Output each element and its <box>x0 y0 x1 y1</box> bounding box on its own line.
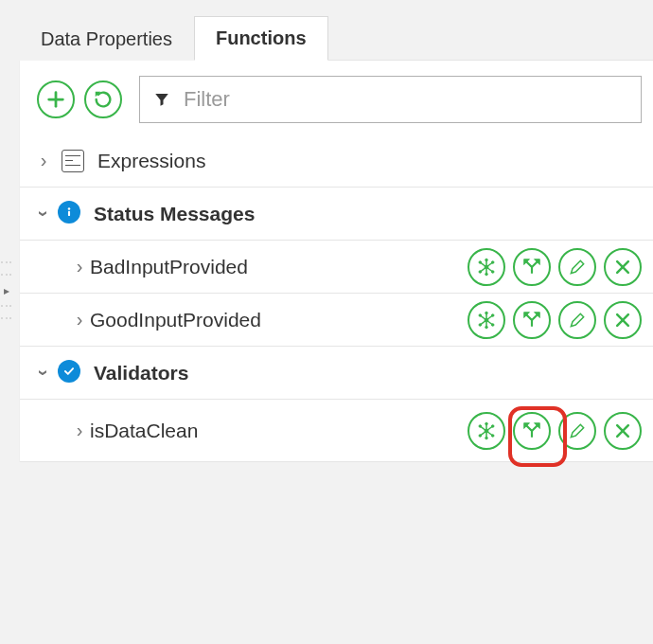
svg-point-47 <box>491 424 494 427</box>
item-label: BadInputProvided <box>90 256 468 278</box>
close-icon <box>613 311 632 330</box>
dependencies-button[interactable] <box>468 412 505 450</box>
svg-point-49 <box>491 434 494 437</box>
filter-field[interactable] <box>139 76 642 123</box>
split-arrows-icon <box>522 258 541 277</box>
split-arrows-icon <box>522 421 541 440</box>
section-status-messages[interactable]: › Status Messages <box>20 188 653 241</box>
edit-button[interactable] <box>558 301 596 339</box>
item-label: GoodInputProvided <box>90 309 468 331</box>
delete-button[interactable] <box>604 301 642 339</box>
chevron-right-icon[interactable]: › <box>33 150 54 171</box>
svg-point-13 <box>491 260 494 263</box>
network-icon <box>477 311 496 330</box>
chevron-right-icon[interactable]: › <box>69 420 90 441</box>
delete-button[interactable] <box>604 412 642 450</box>
item-label: isDataClean <box>90 420 468 442</box>
pencil-icon <box>568 421 587 440</box>
tab-data-properties[interactable]: Data Properties <box>19 16 194 61</box>
edit-button[interactable] <box>558 412 596 450</box>
network-icon <box>477 258 496 277</box>
edit-button[interactable] <box>558 248 596 286</box>
svg-point-50 <box>485 422 488 425</box>
move-button[interactable] <box>513 301 551 339</box>
check-circle-icon <box>58 360 84 386</box>
svg-point-51 <box>485 437 488 439</box>
row-actions <box>468 248 642 286</box>
drag-handle-left[interactable]: ⋮⋮ ▸ ⋮⋮ <box>0 257 13 325</box>
refresh-button[interactable] <box>84 80 122 118</box>
list-item[interactable]: › GoodInputProvided <box>20 294 653 347</box>
svg-point-12 <box>479 260 482 263</box>
svg-point-34 <box>485 326 488 329</box>
tab-label: Functions <box>216 27 307 49</box>
svg-point-31 <box>479 323 482 326</box>
tab-functions[interactable]: Functions <box>194 16 328 61</box>
svg-point-14 <box>479 270 482 273</box>
svg-point-29 <box>479 313 482 316</box>
toolbar <box>20 61 653 134</box>
svg-point-33 <box>485 312 488 314</box>
section-validators[interactable]: › Validators <box>20 347 653 400</box>
filter-input[interactable] <box>182 77 641 122</box>
close-icon <box>613 258 632 277</box>
chevron-right-icon[interactable]: › <box>69 309 90 331</box>
delete-button[interactable] <box>604 248 642 286</box>
svg-point-16 <box>485 259 488 261</box>
svg-rect-4 <box>68 210 70 215</box>
svg-point-32 <box>491 323 494 326</box>
pencil-icon <box>568 258 587 277</box>
svg-point-17 <box>485 273 488 276</box>
plus-icon <box>45 89 66 110</box>
chevron-right-icon[interactable]: › <box>69 256 90 277</box>
row-actions <box>468 301 642 339</box>
section-label: Validators <box>94 362 647 385</box>
tab-bar: Data Properties Functions <box>19 15 653 61</box>
move-button[interactable] <box>513 412 551 450</box>
svg-point-3 <box>68 207 71 210</box>
dependencies-button[interactable] <box>468 301 505 339</box>
svg-point-46 <box>479 424 482 427</box>
add-button[interactable] <box>37 80 75 118</box>
refresh-icon <box>93 89 114 110</box>
section-label: Expressions <box>97 150 647 172</box>
svg-point-15 <box>491 270 494 273</box>
list-item[interactable]: › isDataClean <box>20 400 653 462</box>
tab-label: Data Properties <box>41 28 172 50</box>
chevron-down-icon[interactable]: › <box>33 363 55 384</box>
section-label: Status Messages <box>94 203 647 225</box>
move-button[interactable] <box>513 248 551 286</box>
pencil-icon <box>568 311 587 330</box>
row-actions <box>468 412 642 450</box>
list-item[interactable]: › BadInputProvided <box>20 241 653 294</box>
info-icon <box>58 201 84 227</box>
funnel-icon <box>153 91 170 108</box>
section-expressions[interactable]: › Expressions <box>20 134 653 188</box>
close-icon <box>613 421 632 440</box>
svg-point-48 <box>479 434 482 437</box>
chevron-down-icon[interactable]: › <box>33 204 55 224</box>
svg-point-30 <box>491 313 494 316</box>
flyout-triangle-icon[interactable]: ▸ <box>4 284 9 297</box>
dependencies-button[interactable] <box>468 248 505 286</box>
split-arrows-icon <box>522 311 541 330</box>
network-icon <box>477 421 496 440</box>
expression-category-icon <box>62 150 84 172</box>
tree-list: › Expressions › Status Messages <box>20 134 653 462</box>
